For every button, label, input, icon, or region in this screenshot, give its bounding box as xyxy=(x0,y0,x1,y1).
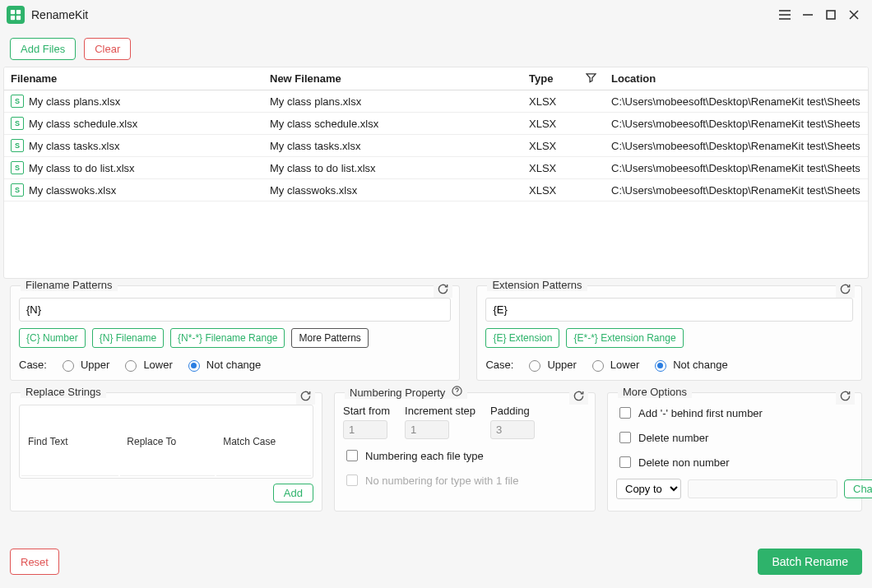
chip-n-filename[interactable]: {N} Filename xyxy=(92,328,164,348)
location-cell: C:\Users\mobeesoft\Desktop\RenameKit tes… xyxy=(605,135,868,157)
new-filename-cell: My class to do list.xlsx xyxy=(263,157,522,179)
panel-title: Extension Patterns xyxy=(487,279,587,291)
filename-cell: My class plans.xlsx xyxy=(29,95,120,108)
help-icon[interactable] xyxy=(452,387,462,399)
filename-cell: My class schedule.xlsx xyxy=(29,118,137,130)
table-row[interactable]: SMy class tasks.xlsx My class tasks.xlsx… xyxy=(4,135,868,157)
radio-lower[interactable] xyxy=(592,360,604,372)
check-delete-non-number[interactable] xyxy=(619,456,631,468)
svg-rect-8 xyxy=(827,11,835,19)
refresh-icon[interactable] xyxy=(296,390,315,405)
radio-upper[interactable] xyxy=(63,360,74,372)
refresh-icon[interactable] xyxy=(836,283,855,298)
chip-filename-range[interactable]: {N*-*} Filename Range xyxy=(170,328,285,348)
change-button[interactable]: Change xyxy=(844,479,872,498)
table-header-row: Filename New Filename Type Location xyxy=(4,67,868,90)
maximize-icon[interactable] xyxy=(819,3,842,26)
col-type[interactable]: Type xyxy=(522,67,605,90)
hamburger-menu-icon[interactable] xyxy=(773,3,796,26)
add-files-button[interactable]: Add Files xyxy=(10,38,76,60)
replace-table: Find Text Replace To Match Case xyxy=(19,405,313,479)
radio-nochange[interactable] xyxy=(655,360,666,372)
location-cell: C:\Users\mobeesoft\Desktop\RenameKit tes… xyxy=(605,179,868,201)
check-no-numbering-single xyxy=(346,475,358,486)
filename-cell: My class tasks.xlsx xyxy=(29,140,120,152)
svg-rect-0 xyxy=(11,10,15,14)
action-select[interactable]: Copy to xyxy=(616,479,681,499)
new-filename-cell: My classwoks.xlsx xyxy=(263,179,522,201)
check-add-dash[interactable] xyxy=(619,407,631,419)
refresh-icon[interactable] xyxy=(836,390,855,405)
table-row[interactable]: SMy classwoks.xlsx My classwoks.xlsx XLS… xyxy=(4,179,868,201)
start-input[interactable] xyxy=(343,420,387,439)
chip-extension-range[interactable]: {E*-*} Extension Range xyxy=(566,328,683,348)
filter-icon[interactable] xyxy=(586,72,596,86)
title-bar: RenameKit xyxy=(0,0,872,30)
new-filename-cell: My class plans.xlsx xyxy=(263,90,522,113)
filename-cell: My class to do list.xlsx xyxy=(29,162,135,174)
radio-lower[interactable] xyxy=(125,360,137,372)
spreadsheet-icon: S xyxy=(11,161,24,174)
spreadsheet-icon: S xyxy=(11,95,24,108)
location-cell: C:\Users\mobeesoft\Desktop\RenameKit tes… xyxy=(605,113,868,135)
radio-upper[interactable] xyxy=(529,360,540,372)
panel-title: More Options xyxy=(618,386,692,398)
numbering-property-panel: Numbering Property Start from Increment … xyxy=(334,392,596,512)
clear-button[interactable]: Clear xyxy=(84,38,131,60)
spreadsheet-icon: S xyxy=(11,139,24,152)
check-delete-number[interactable] xyxy=(619,432,631,443)
reset-button[interactable]: Reset xyxy=(10,549,59,575)
add-replace-button[interactable]: Add xyxy=(273,484,313,502)
case-label: Case: xyxy=(485,359,513,371)
type-cell: XLSX xyxy=(522,157,605,179)
new-filename-cell: My class tasks.xlsx xyxy=(263,135,522,157)
col-filename[interactable]: Filename xyxy=(4,67,263,90)
more-options-panel: More Options Add '-' behind first number… xyxy=(607,392,862,512)
start-label: Start from xyxy=(343,405,390,417)
step-label: Increment step xyxy=(405,405,475,417)
panel-title: Numbering Property xyxy=(345,386,467,399)
step-input[interactable] xyxy=(405,420,449,439)
col-location[interactable]: Location xyxy=(605,67,868,90)
svg-rect-3 xyxy=(16,16,21,20)
spreadsheet-icon: S xyxy=(11,183,24,197)
pad-label: Padding xyxy=(490,405,535,417)
chip-e-extension[interactable]: {E} Extension xyxy=(485,328,559,348)
app-logo-icon xyxy=(7,6,25,24)
filename-patterns-panel: Filename Patterns {C} Number {N} Filenam… xyxy=(10,285,460,381)
filename-pattern-input[interactable] xyxy=(19,298,451,322)
new-filename-cell: My class schedule.xlsx xyxy=(263,113,522,135)
type-cell: XLSX xyxy=(522,135,605,157)
col-new-filename[interactable]: New Filename xyxy=(263,67,522,90)
location-cell: C:\Users\mobeesoft\Desktop\RenameKit tes… xyxy=(605,90,868,113)
table-row[interactable]: SMy class plans.xlsx My class plans.xlsx… xyxy=(4,90,868,113)
file-table: Filename New Filename Type Location SMy … xyxy=(3,67,869,279)
refresh-icon[interactable] xyxy=(569,390,588,405)
location-cell: C:\Users\mobeesoft\Desktop\RenameKit tes… xyxy=(605,157,868,179)
filename-cell: My classwoks.xlsx xyxy=(29,184,116,197)
panel-title: Filename Patterns xyxy=(21,279,118,291)
radio-nochange[interactable] xyxy=(188,360,200,372)
col-match: Match Case xyxy=(216,407,311,476)
pad-input[interactable] xyxy=(490,420,535,439)
table-row[interactable]: SMy class schedule.xlsx My class schedul… xyxy=(4,113,868,135)
svg-rect-1 xyxy=(16,10,21,14)
col-replace: Replace To xyxy=(120,407,215,476)
extension-pattern-input[interactable] xyxy=(485,298,853,322)
extension-patterns-panel: Extension Patterns {E} Extension {E*-*} … xyxy=(476,285,862,381)
refresh-icon[interactable] xyxy=(434,283,452,298)
replace-strings-panel: Replace Strings Find Text Replace To Mat… xyxy=(10,392,322,512)
destination-input[interactable] xyxy=(688,479,837,498)
table-row[interactable]: SMy class to do list.xlsx My class to do… xyxy=(4,157,868,179)
close-icon[interactable] xyxy=(842,3,865,26)
svg-rect-2 xyxy=(11,16,15,20)
col-find: Find Text xyxy=(21,407,118,476)
type-cell: XLSX xyxy=(522,179,605,201)
chip-c-number[interactable]: {C} Number xyxy=(19,328,86,348)
check-each-type[interactable] xyxy=(346,450,358,461)
chip-more-patterns[interactable]: More Patterns xyxy=(291,328,368,348)
batch-rename-button[interactable]: Batch Rename xyxy=(758,549,862,575)
type-cell: XLSX xyxy=(522,90,605,113)
minimize-icon[interactable] xyxy=(796,3,819,26)
app-title: RenameKit xyxy=(31,8,88,21)
